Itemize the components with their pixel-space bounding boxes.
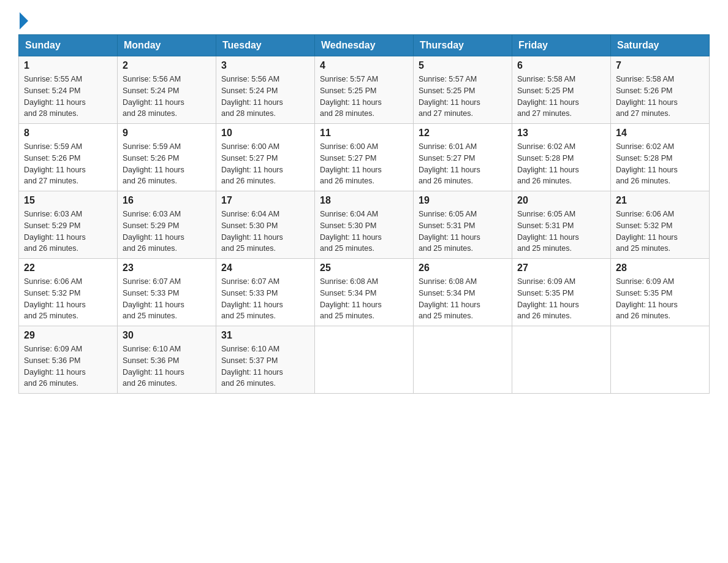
day-number: 30 (123, 330, 211, 341)
calendar-cell: 14 Sunrise: 6:02 AM Sunset: 5:28 PM Dayl… (611, 124, 710, 191)
day-number: 26 (419, 262, 507, 274)
logo (18, 12, 29, 29)
page-header (18, 12, 710, 29)
calendar-week-row: 8 Sunrise: 5:59 AM Sunset: 5:26 PM Dayli… (19, 124, 710, 191)
day-number: 5 (419, 60, 507, 71)
day-info: Sunrise: 5:56 AM Sunset: 5:24 PM Dayligh… (123, 74, 211, 120)
day-info: Sunrise: 5:59 AM Sunset: 5:26 PM Dayligh… (24, 141, 112, 187)
day-info: Sunrise: 5:56 AM Sunset: 5:24 PM Dayligh… (221, 74, 309, 120)
calendar-cell: 19 Sunrise: 6:05 AM Sunset: 5:31 PM Dayl… (414, 191, 512, 259)
calendar-cell (414, 326, 512, 394)
day-number: 4 (320, 60, 408, 71)
day-number: 8 (24, 128, 112, 139)
header-monday: Monday (118, 35, 216, 56)
day-info: Sunrise: 6:05 AM Sunset: 5:31 PM Dayligh… (419, 209, 507, 255)
calendar-cell: 5 Sunrise: 5:57 AM Sunset: 5:25 PM Dayli… (414, 56, 512, 124)
day-number: 11 (320, 128, 408, 139)
day-info: Sunrise: 6:00 AM Sunset: 5:27 PM Dayligh… (320, 141, 408, 187)
calendar-cell: 13 Sunrise: 6:02 AM Sunset: 5:28 PM Dayl… (512, 124, 611, 191)
day-info: Sunrise: 6:10 AM Sunset: 5:37 PM Dayligh… (221, 343, 309, 389)
day-number: 3 (221, 60, 309, 71)
calendar-table: SundayMondayTuesdayWednesdayThursdayFrid… (18, 34, 710, 394)
day-info: Sunrise: 6:03 AM Sunset: 5:29 PM Dayligh… (24, 209, 112, 255)
calendar-cell: 30 Sunrise: 6:10 AM Sunset: 5:36 PM Dayl… (118, 326, 216, 394)
calendar-cell: 6 Sunrise: 5:58 AM Sunset: 5:25 PM Dayli… (512, 56, 611, 124)
calendar-cell: 4 Sunrise: 5:57 AM Sunset: 5:25 PM Dayli… (315, 56, 414, 124)
calendar-cell: 20 Sunrise: 6:05 AM Sunset: 5:31 PM Dayl… (512, 191, 611, 259)
day-info: Sunrise: 6:09 AM Sunset: 5:36 PM Dayligh… (24, 343, 112, 389)
day-number: 15 (24, 195, 112, 206)
calendar-cell: 25 Sunrise: 6:08 AM Sunset: 5:34 PM Dayl… (315, 259, 414, 326)
calendar-cell: 11 Sunrise: 6:00 AM Sunset: 5:27 PM Dayl… (315, 124, 414, 191)
calendar-week-row: 29 Sunrise: 6:09 AM Sunset: 5:36 PM Dayl… (19, 326, 710, 394)
calendar-cell: 2 Sunrise: 5:56 AM Sunset: 5:24 PM Dayli… (118, 56, 216, 124)
day-info: Sunrise: 5:55 AM Sunset: 5:24 PM Dayligh… (24, 74, 112, 120)
day-number: 19 (419, 195, 507, 206)
day-info: Sunrise: 6:04 AM Sunset: 5:30 PM Dayligh… (320, 209, 408, 255)
calendar-cell: 10 Sunrise: 6:00 AM Sunset: 5:27 PM Dayl… (216, 124, 315, 191)
day-number: 13 (517, 128, 605, 139)
calendar-cell: 8 Sunrise: 5:59 AM Sunset: 5:26 PM Dayli… (19, 124, 118, 191)
day-info: Sunrise: 6:04 AM Sunset: 5:30 PM Dayligh… (221, 209, 309, 255)
calendar-cell: 22 Sunrise: 6:06 AM Sunset: 5:32 PM Dayl… (19, 259, 118, 326)
day-number: 24 (221, 262, 309, 274)
day-number: 20 (517, 195, 605, 206)
logo-triangle-icon (20, 12, 28, 29)
day-number: 1 (24, 60, 112, 71)
calendar-week-row: 1 Sunrise: 5:55 AM Sunset: 5:24 PM Dayli… (19, 56, 710, 124)
calendar-cell: 15 Sunrise: 6:03 AM Sunset: 5:29 PM Dayl… (19, 191, 118, 259)
day-number: 9 (123, 128, 211, 139)
calendar-cell: 9 Sunrise: 5:59 AM Sunset: 5:26 PM Dayli… (118, 124, 216, 191)
calendar-cell: 12 Sunrise: 6:01 AM Sunset: 5:27 PM Dayl… (414, 124, 512, 191)
day-info: Sunrise: 6:07 AM Sunset: 5:33 PM Dayligh… (123, 276, 211, 322)
day-number: 23 (123, 262, 211, 274)
day-number: 27 (517, 262, 605, 274)
day-info: Sunrise: 6:00 AM Sunset: 5:27 PM Dayligh… (221, 141, 309, 187)
day-number: 12 (419, 128, 507, 139)
header-saturday: Saturday (611, 35, 710, 56)
day-number: 25 (320, 262, 408, 274)
calendar-cell: 16 Sunrise: 6:03 AM Sunset: 5:29 PM Dayl… (118, 191, 216, 259)
calendar-cell: 29 Sunrise: 6:09 AM Sunset: 5:36 PM Dayl… (19, 326, 118, 394)
day-info: Sunrise: 5:58 AM Sunset: 5:26 PM Dayligh… (616, 74, 704, 120)
calendar-cell: 28 Sunrise: 6:09 AM Sunset: 5:35 PM Dayl… (611, 259, 710, 326)
day-info: Sunrise: 5:57 AM Sunset: 5:25 PM Dayligh… (320, 74, 408, 120)
day-info: Sunrise: 6:08 AM Sunset: 5:34 PM Dayligh… (320, 276, 408, 322)
day-info: Sunrise: 5:58 AM Sunset: 5:25 PM Dayligh… (517, 74, 605, 120)
day-info: Sunrise: 6:05 AM Sunset: 5:31 PM Dayligh… (517, 209, 605, 255)
header-wednesday: Wednesday (315, 35, 414, 56)
calendar-week-row: 15 Sunrise: 6:03 AM Sunset: 5:29 PM Dayl… (19, 191, 710, 259)
day-number: 17 (221, 195, 309, 206)
header-tuesday: Tuesday (216, 35, 315, 56)
calendar-cell: 17 Sunrise: 6:04 AM Sunset: 5:30 PM Dayl… (216, 191, 315, 259)
calendar-cell: 21 Sunrise: 6:06 AM Sunset: 5:32 PM Dayl… (611, 191, 710, 259)
calendar-cell: 7 Sunrise: 5:58 AM Sunset: 5:26 PM Dayli… (611, 56, 710, 124)
day-info: Sunrise: 6:08 AM Sunset: 5:34 PM Dayligh… (419, 276, 507, 322)
calendar-cell: 31 Sunrise: 6:10 AM Sunset: 5:37 PM Dayl… (216, 326, 315, 394)
day-number: 6 (517, 60, 605, 71)
day-number: 10 (221, 128, 309, 139)
day-number: 14 (616, 128, 704, 139)
day-info: Sunrise: 6:06 AM Sunset: 5:32 PM Dayligh… (616, 209, 704, 255)
day-info: Sunrise: 6:06 AM Sunset: 5:32 PM Dayligh… (24, 276, 112, 322)
calendar-cell (611, 326, 710, 394)
calendar-header-row: SundayMondayTuesdayWednesdayThursdayFrid… (19, 35, 710, 56)
day-number: 31 (221, 330, 309, 341)
day-number: 28 (616, 262, 704, 274)
calendar-cell: 27 Sunrise: 6:09 AM Sunset: 5:35 PM Dayl… (512, 259, 611, 326)
calendar-cell: 26 Sunrise: 6:08 AM Sunset: 5:34 PM Dayl… (414, 259, 512, 326)
calendar-cell: 18 Sunrise: 6:04 AM Sunset: 5:30 PM Dayl… (315, 191, 414, 259)
header-thursday: Thursday (414, 35, 512, 56)
header-friday: Friday (512, 35, 611, 56)
day-info: Sunrise: 6:02 AM Sunset: 5:28 PM Dayligh… (616, 141, 704, 187)
calendar-cell: 23 Sunrise: 6:07 AM Sunset: 5:33 PM Dayl… (118, 259, 216, 326)
calendar-cell (512, 326, 611, 394)
day-info: Sunrise: 6:07 AM Sunset: 5:33 PM Dayligh… (221, 276, 309, 322)
day-info: Sunrise: 5:57 AM Sunset: 5:25 PM Dayligh… (419, 74, 507, 120)
day-number: 2 (123, 60, 211, 71)
calendar-week-row: 22 Sunrise: 6:06 AM Sunset: 5:32 PM Dayl… (19, 259, 710, 326)
day-info: Sunrise: 6:10 AM Sunset: 5:36 PM Dayligh… (123, 343, 211, 389)
day-number: 21 (616, 195, 704, 206)
day-info: Sunrise: 6:09 AM Sunset: 5:35 PM Dayligh… (616, 276, 704, 322)
calendar-cell: 24 Sunrise: 6:07 AM Sunset: 5:33 PM Dayl… (216, 259, 315, 326)
